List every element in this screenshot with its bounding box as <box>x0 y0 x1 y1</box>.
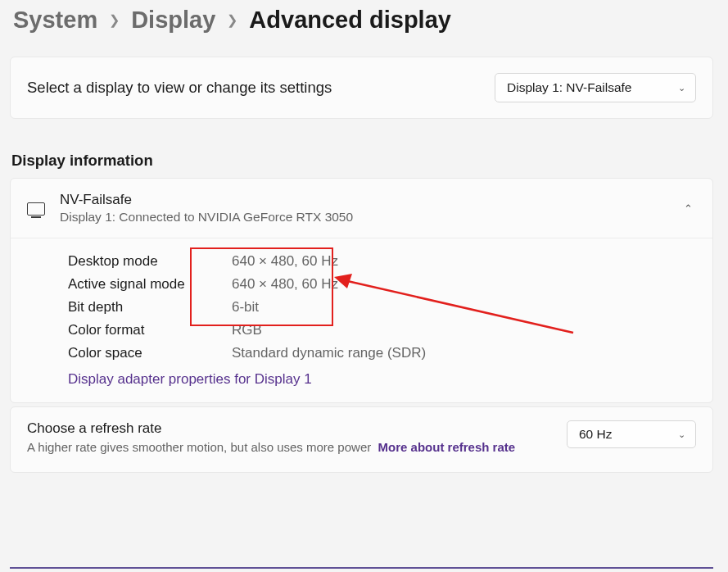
chevron-right-icon: ❯ <box>227 12 237 28</box>
chevron-up-icon: ⌃ <box>684 202 693 215</box>
chevron-down-icon: ⌄ <box>678 429 685 440</box>
display-info-grid: Desktop mode 640 × 480, 60 Hz Active sig… <box>68 253 696 361</box>
bottom-accent-bar <box>10 567 713 569</box>
bit-depth-value: 6-bit <box>232 299 696 316</box>
breadcrumb-system[interactable]: System <box>13 7 97 34</box>
color-space-label: Color space <box>68 345 232 361</box>
display-info-body: Desktop mode 640 × 480, 60 Hz Active sig… <box>11 238 712 402</box>
refresh-rate-value: 60 Hz <box>579 427 613 442</box>
display-selector-label: Select a display to view or change its s… <box>27 79 332 97</box>
display-name: NV-Failsafe <box>60 192 669 208</box>
display-information-heading: Display information <box>11 152 713 170</box>
color-space-value: Standard dynamic range (SDR) <box>232 345 696 361</box>
color-format-label: Color format <box>68 322 232 338</box>
refresh-rate-desc-text: A higher rate gives smoother motion, but… <box>27 440 371 454</box>
refresh-rate-dropdown[interactable]: 60 Hz ⌄ <box>567 420 696 448</box>
more-about-refresh-rate-link[interactable]: More about refresh rate <box>378 440 516 454</box>
display-selector-dropdown[interactable]: Display 1: NV-Failsafe ⌄ <box>495 73 696 102</box>
chevron-right-icon: ❯ <box>109 12 120 28</box>
breadcrumb: System ❯ Display ❯ Advanced display <box>10 7 713 34</box>
active-signal-mode-value: 640 × 480, 60 Hz <box>232 276 696 293</box>
breadcrumb-display[interactable]: Display <box>131 7 215 34</box>
desktop-mode-label: Desktop mode <box>68 253 232 270</box>
display-selector-value: Display 1: NV-Failsafe <box>507 80 631 95</box>
chevron-down-icon: ⌄ <box>678 83 685 93</box>
monitor-icon <box>27 202 45 216</box>
display-connection: Display 1: Connected to NVIDIA GeForce R… <box>60 210 669 225</box>
desktop-mode-value: 640 × 480, 60 Hz <box>232 253 696 270</box>
adapter-properties-link[interactable]: Display adapter properties for Display 1 <box>68 371 696 388</box>
display-info-card: NV-Failsafe Display 1: Connected to NVID… <box>10 178 713 403</box>
color-format-value: RGB <box>232 322 696 338</box>
refresh-rate-title: Choose a refresh rate <box>27 420 555 437</box>
display-info-header[interactable]: NV-Failsafe Display 1: Connected to NVID… <box>11 179 712 238</box>
active-signal-mode-label: Active signal mode <box>68 276 232 293</box>
breadcrumb-current: Advanced display <box>249 7 451 34</box>
display-selector-card: Select a display to view or change its s… <box>10 57 713 119</box>
bit-depth-label: Bit depth <box>68 299 232 316</box>
refresh-rate-card: Choose a refresh rate A higher rate give… <box>10 406 713 473</box>
refresh-rate-description: A higher rate gives smoother motion, but… <box>27 438 555 457</box>
